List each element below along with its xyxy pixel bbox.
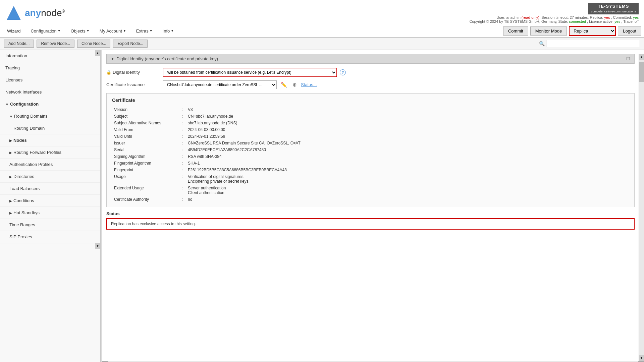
cert-field-value: SHA-1 — [186, 160, 629, 167]
cert-box: Certificate Version:V3Subject:CN=sbc7.la… — [106, 93, 635, 207]
cert-field-label: Certificate Authority — [112, 196, 179, 203]
nav-myaccount[interactable]: My Account ▼ — [95, 26, 130, 36]
cert-field-label: Signing Algorithm — [112, 153, 179, 160]
commit-button[interactable]: Commit — [503, 26, 528, 36]
vscroll-track[interactable] — [639, 60, 644, 355]
nav-extras[interactable]: Extras ▼ — [132, 26, 157, 36]
sidebar-item-licenses[interactable]: Licenses — [0, 74, 100, 86]
content-wrapper: ▼ Digital identity (anynode's certificat… — [102, 50, 644, 362]
sidebar-item-load-balancers[interactable]: Load Balancers — [0, 183, 100, 195]
cert-table-row: Subject Alternative Names:sbc7.lab.anyno… — [112, 120, 629, 126]
brand-badge: TE-SYSTEMS competence in e-communication… — [588, 3, 639, 14]
sidebar-item-conditions[interactable]: ▶Conditions — [0, 195, 100, 207]
cert-field-label: Serial — [112, 146, 179, 153]
digital-identity-select[interactable]: will be obtained from certification issu… — [163, 68, 337, 77]
toolbar: Add Node... Remove Node... Clone Node...… — [0, 38, 644, 50]
search-input[interactable] — [546, 40, 640, 47]
cert-table-row: Signing Algorithm:RSA with SHA-384 — [112, 153, 629, 160]
sidebar-item-nodes[interactable]: ▶Nodes — [0, 134, 100, 146]
cert-field-label: Extended Usage — [112, 185, 179, 196]
cert-issuance-label: Certificate Issuance — [106, 82, 160, 87]
vscroll-thumb[interactable] — [639, 62, 644, 82]
cert-field-label: Issuer — [112, 140, 179, 146]
cert-table-row: Issuer:CN=ZeroSSL RSA Domain Secure Site… — [112, 140, 629, 146]
svg-marker-0 — [7, 6, 20, 20]
edit-cert-issuance-button[interactable]: ✏️ — [279, 81, 288, 88]
vscroll-down-btn[interactable]: ▼ — [639, 355, 644, 361]
cert-field-label: Subject Alternative Names — [112, 120, 179, 126]
search-icon: 🔍 — [539, 41, 545, 46]
status-title: Status — [106, 211, 635, 216]
digital-identity-row: 🔒 Digital identity will be obtained from… — [106, 68, 635, 77]
clone-node-button[interactable]: Clone Node... — [77, 40, 110, 48]
cert-field-label: Fingerprint Algorithm — [112, 160, 179, 167]
cert-table-row: Fingerprint:F261192BD5B5C88C5A6886B5BC3B… — [112, 167, 629, 173]
section-collapse-btn[interactable]: ▼ — [111, 57, 114, 61]
help-icon[interactable]: ? — [340, 69, 346, 75]
nav-info[interactable]: Info ▼ — [158, 26, 178, 36]
digital-identity-label: 🔒 Digital identity — [106, 70, 160, 75]
header: anynode® TE-SYSTEMS competence in e-comm… — [0, 0, 644, 38]
sidebar-item-routing-domain[interactable]: Routing Domain — [0, 122, 100, 134]
status-box: Replication has exclusive access to this… — [106, 218, 635, 230]
toolbar-search: 🔍 — [539, 40, 640, 47]
sidebar-item-information[interactable]: Information — [0, 50, 100, 62]
logo-area: anynode® — [5, 5, 65, 21]
restore-icon[interactable]: ☐ — [626, 56, 630, 61]
cert-field-label: Usage — [112, 173, 179, 185]
add-cert-issuance-button[interactable]: ⊕ — [291, 81, 298, 88]
cert-field-value: 2024-09-01 23:59:59 — [186, 133, 629, 140]
cert-field-label: Valid Until — [112, 133, 179, 140]
cert-issuance-select[interactable]: CN=sbc7.lab.anynode.de certificate order… — [163, 80, 277, 89]
lock-icon: 🔒 — [106, 70, 111, 75]
cert-field-label: Subject — [112, 113, 179, 120]
cert-table-row: Version:V3 — [112, 106, 629, 113]
status-link[interactable]: Status... — [301, 82, 317, 87]
remove-node-button[interactable]: Remove Node... — [37, 40, 74, 48]
status-section: Status Replication has exclusive access … — [106, 211, 635, 230]
cert-field-value: V3 — [186, 106, 629, 113]
sidebar-item-time-ranges[interactable]: Time Ranges — [0, 219, 100, 231]
cert-table-row: Serial:4B94D2E0EFCE1A2A8890A2C2CA787480 — [112, 146, 629, 153]
nav-wizard[interactable]: Wizard — [3, 26, 25, 36]
sidebar-item-sip-proxies[interactable]: SIP Proxies — [0, 231, 100, 243]
export-node-button[interactable]: Export Node... — [113, 40, 148, 48]
replica-select[interactable]: Replica Local Remote — [569, 26, 616, 36]
cert-table-row: Subject:CN=sbc7.lab.anynode.de — [112, 113, 629, 120]
cert-table-row: Extended Usage:Server authenticationClie… — [112, 185, 629, 196]
sidebar-item-tracing[interactable]: Tracing — [0, 62, 100, 74]
add-node-button[interactable]: Add Node... — [4, 40, 34, 48]
cert-field-value: CN=ZeroSSL RSA Domain Secure Site CA, O=… — [186, 140, 629, 146]
sidebar-item-directories[interactable]: ▶Directories — [0, 171, 100, 183]
cert-issuance-row: Certificate Issuance CN=sbc7.lab.anynode… — [106, 80, 635, 89]
header-info: User: anadmin (read-only), Session timeo… — [469, 15, 639, 23]
monitor-mode-button[interactable]: Monitor Mode — [530, 26, 567, 36]
cert-field-value: 2024-06-03 00:00:00 — [186, 126, 629, 133]
content-vscrollbar: ▲ ▼ — [639, 54, 644, 361]
cert-field-value: Server authenticationClient authenticati… — [186, 185, 629, 196]
cert-field-value: sbc7.lab.anynode.de (DNS) — [186, 120, 629, 126]
sidebar-item-configuration[interactable]: ▼Configuration — [0, 98, 100, 110]
sidebar-item-authentication-profiles[interactable]: Authentication Profiles — [0, 159, 100, 171]
cert-field-label: Fingerprint — [112, 167, 179, 173]
sidebar-item-routing-forward-profiles[interactable]: ▶Routing Forward Profiles — [0, 146, 100, 159]
cert-table-row: Fingerprint Algorithm:SHA-1 — [112, 160, 629, 167]
vscroll-up-btn[interactable]: ▲ — [639, 54, 644, 60]
sidebar-scroll-down[interactable]: ▼ — [95, 243, 100, 249]
sidebar-scroll-up[interactable]: ▲ — [95, 50, 100, 56]
sidebar-item-hot-standbys[interactable]: ▶Hot Standbys — [0, 207, 100, 219]
sidebar-scroll-controls: ▼ — [0, 243, 100, 249]
app-name: anynode® — [25, 8, 65, 18]
cert-field-value: Verification of digital signatures.Encip… — [186, 173, 629, 185]
cert-field-value: F261192BD5B5C88C5A6886B5BC3BEB0BBECA4A48 — [186, 167, 629, 173]
sidebar-item-routing-domains[interactable]: ▼Routing Domains — [0, 110, 100, 122]
cert-table-row: Valid From:2024-06-03 00:00:00 — [112, 126, 629, 133]
logout-button[interactable]: Logout — [618, 26, 641, 36]
cert-table-row: Certificate Authority:no — [112, 196, 629, 203]
cert-box-title: Certificate — [112, 98, 629, 103]
section-header-title: ▼ Digital identity (anynode's certificat… — [111, 56, 218, 61]
sidebar: ▲ Information Tracing Licenses Network I… — [0, 50, 101, 362]
nav-objects[interactable]: Objects ▼ — [66, 26, 94, 36]
nav-configuration[interactable]: Configuration ▼ — [26, 26, 65, 36]
sidebar-item-network-interfaces[interactable]: Network Interfaces — [0, 86, 100, 98]
